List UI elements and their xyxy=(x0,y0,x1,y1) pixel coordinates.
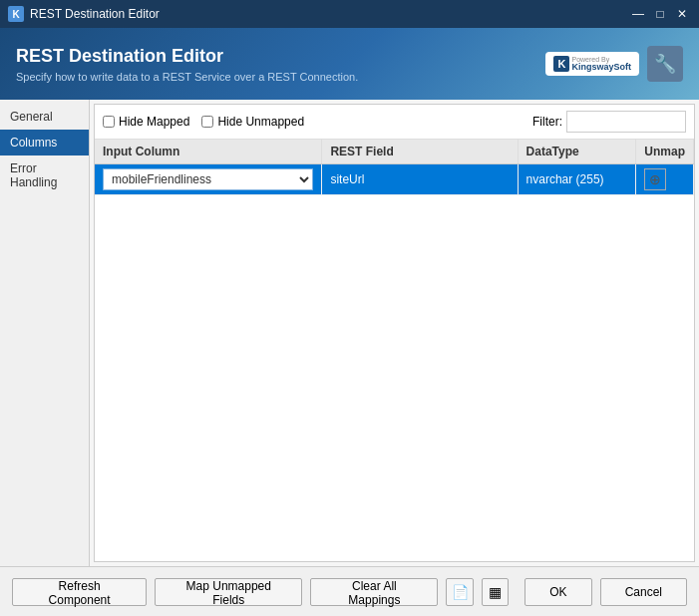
hide-mapped-checkbox[interactable] xyxy=(103,116,115,128)
logo-text-block: Powered By KingswaySoft xyxy=(571,56,631,73)
title-bar-controls: — □ ✕ xyxy=(629,5,691,23)
header-tool-icon: 🔧 xyxy=(647,46,683,82)
export-icon: 📄 xyxy=(452,584,469,600)
logo-k-icon: K xyxy=(553,56,569,72)
hide-unmapped-text: Hide Unmapped xyxy=(217,115,304,129)
table-row: mobileFriendliness siteUrl nvarchar (255… xyxy=(95,164,694,195)
col-unmap: Unmap xyxy=(636,140,694,164)
content-panel: Hide Mapped Hide Unmapped Filter: Input … xyxy=(94,104,695,562)
cancel-button[interactable]: Cancel xyxy=(600,578,687,606)
title-bar-title: REST Destination Editor xyxy=(30,7,160,21)
sidebar-item-columns[interactable]: Columns xyxy=(0,130,89,155)
minimize-button[interactable]: — xyxy=(629,5,647,23)
hide-unmapped-checkbox-label[interactable]: Hide Unmapped xyxy=(201,115,304,129)
refresh-component-button[interactable]: Refresh Component xyxy=(12,578,147,606)
data-type-cell: nvarchar (255) xyxy=(518,164,636,195)
close-button[interactable]: ✕ xyxy=(673,5,691,23)
map-unmapped-button[interactable]: Map Unmapped Fields xyxy=(155,578,302,606)
input-column-cell: mobileFriendliness xyxy=(95,164,322,195)
header: REST Destination Editor Specify how to w… xyxy=(0,28,699,100)
header-text: REST Destination Editor Specify how to w… xyxy=(16,46,358,83)
unmap-cell: ⊕ xyxy=(636,164,694,195)
mapping-table: Input Column REST Field DataType Unmap m… xyxy=(95,140,694,195)
sidebar-columns-label: Columns xyxy=(10,136,57,150)
sidebar-item-general[interactable]: General xyxy=(0,104,89,130)
hide-mapped-text: Hide Mapped xyxy=(119,115,189,129)
maximize-button[interactable]: □ xyxy=(651,5,669,23)
table-header-row: Input Column REST Field DataType Unmap xyxy=(95,140,694,164)
sidebar-general-label: General xyxy=(10,110,53,124)
title-bar: K REST Destination Editor — □ ✕ xyxy=(0,0,699,28)
col-rest-field: REST Field xyxy=(322,140,518,164)
hide-unmapped-checkbox[interactable] xyxy=(201,116,213,128)
grid-icon: ▦ xyxy=(489,584,502,600)
filter-input[interactable] xyxy=(566,111,686,133)
header-title: REST Destination Editor xyxy=(16,46,358,67)
input-column-wrapper: mobileFriendliness xyxy=(103,168,313,190)
header-logo: K Powered By KingswaySoft 🔧 xyxy=(545,46,683,82)
title-bar-left: K REST Destination Editor xyxy=(8,6,160,22)
input-column-select[interactable]: mobileFriendliness xyxy=(103,168,313,190)
sidebar-item-error-handling[interactable]: Error Handling xyxy=(0,155,89,195)
sidebar: General Columns Error Handling xyxy=(0,100,90,566)
app-icon: K xyxy=(8,6,24,22)
toolbar-row: Hide Mapped Hide Unmapped Filter: xyxy=(95,105,694,140)
filter-label: Filter: xyxy=(532,115,562,129)
header-subtitle: Specify how to write data to a REST Serv… xyxy=(16,71,358,83)
company-name-text: KingswaySoft xyxy=(571,63,631,73)
ok-button[interactable]: OK xyxy=(524,578,591,606)
mapping-table-container: Input Column REST Field DataType Unmap m… xyxy=(95,140,694,561)
sidebar-error-label: Error Handling xyxy=(10,161,57,189)
icon-button-2[interactable]: ▦ xyxy=(482,578,509,606)
logo-badge: K Powered By KingswaySoft xyxy=(545,52,639,77)
icon-button-1[interactable]: 📄 xyxy=(446,578,473,606)
rest-field-cell: siteUrl xyxy=(322,164,518,195)
unmap-button[interactable]: ⊕ xyxy=(644,168,666,190)
filter-group: Filter: xyxy=(532,111,686,133)
clear-mappings-button[interactable]: Clear All Mappings xyxy=(310,578,438,606)
hide-mapped-checkbox-label[interactable]: Hide Mapped xyxy=(103,115,189,129)
col-data-type: DataType xyxy=(518,140,636,164)
footer: Refresh Component Map Unmapped Fields Cl… xyxy=(0,566,699,616)
main-area: General Columns Error Handling Hide Mapp… xyxy=(0,100,699,566)
col-input-column: Input Column xyxy=(95,140,322,164)
